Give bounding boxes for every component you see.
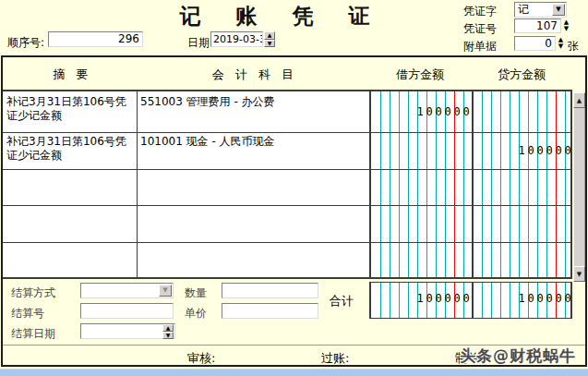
column-divider xyxy=(137,91,138,278)
total-label: 合计 xyxy=(330,293,354,309)
date-input[interactable]: 2019-03-31 xyxy=(210,31,263,47)
grid-line xyxy=(482,91,483,278)
column-header-summary: 摘 要 xyxy=(5,67,137,83)
grid-line xyxy=(408,91,409,278)
voucher-window: 记 账 凭 证 凭证字 记 ▼ 凭证号 107 ▲ ▼ 附单据 0 ▲ ▼ 张 … xyxy=(0,0,588,376)
row2-credit-amount[interactable]: 100000 xyxy=(517,144,572,157)
spin-down-icon[interactable]: ▼ xyxy=(564,26,569,32)
row-divider xyxy=(3,205,572,206)
grid-line xyxy=(482,283,483,318)
attach-spinner[interactable]: ▲ ▼ xyxy=(557,36,565,51)
quantity-label: 数量 xyxy=(185,285,207,301)
grid-line xyxy=(399,283,400,318)
row-divider xyxy=(3,132,572,133)
grid-line xyxy=(380,283,381,318)
row5-account-cell[interactable] xyxy=(140,246,366,276)
column-header-credit: 贷方金额 xyxy=(471,67,572,83)
grid-line xyxy=(519,91,520,278)
spin-down-icon[interactable]: ▼ xyxy=(264,40,275,48)
grid-line xyxy=(510,91,510,278)
voucher-no-spinner[interactable]: ▲ ▼ xyxy=(562,18,570,33)
attach-label: 附单据 xyxy=(463,39,497,55)
grid-line xyxy=(399,91,400,278)
settle-number-input[interactable] xyxy=(80,303,174,319)
taskbar-strip xyxy=(0,369,588,376)
unit-price-input[interactable] xyxy=(222,303,318,319)
spin-down-icon[interactable]: ▼ xyxy=(162,332,174,339)
grid-line xyxy=(380,91,381,278)
grid-line xyxy=(445,91,446,278)
chevron-down-icon: ▼ xyxy=(159,285,172,297)
voucher-no-label: 凭证号 xyxy=(463,21,497,37)
row1-debit-amount[interactable]: 100000 xyxy=(415,105,471,118)
grid-line xyxy=(463,91,464,278)
grid-group-divider xyxy=(472,283,474,318)
grid-line xyxy=(491,283,492,318)
grid-line xyxy=(565,91,566,278)
total-debit-amount: 100000 xyxy=(415,292,471,305)
scroll-up-button[interactable]: ▲ xyxy=(573,92,585,108)
amount-grid-body xyxy=(369,91,572,278)
row2-account-cell[interactable]: 101001 现金 - 人民币现金 xyxy=(140,135,366,168)
voucher-word-label: 凭证字 xyxy=(463,4,497,19)
total-credit-amount: 100000 xyxy=(517,292,572,305)
sequence-label: 顺序号: xyxy=(7,35,44,51)
vertical-scrollbar[interactable]: ▲ ▼ xyxy=(573,92,585,282)
row3-summary-cell[interactable] xyxy=(6,172,134,203)
grid-line xyxy=(491,91,492,278)
row3-account-cell[interactable] xyxy=(140,172,366,203)
spin-up-icon[interactable]: ▲ xyxy=(264,31,275,40)
grid-line xyxy=(500,91,501,278)
grid-line xyxy=(528,91,529,278)
row1-summary-cell[interactable]: 补记3月31日第106号凭证少记金额 xyxy=(6,95,134,130)
grid-line xyxy=(510,283,510,318)
row4-summary-cell[interactable] xyxy=(6,209,134,240)
grid-line xyxy=(408,283,409,318)
date-label: 日期: xyxy=(187,35,213,51)
row-divider xyxy=(3,169,572,170)
attach-unit-label: 张 xyxy=(568,39,579,55)
settle-date-label: 结算日期 xyxy=(11,326,55,342)
settle-date-input[interactable] xyxy=(80,323,175,339)
spin-up-icon[interactable]: ▲ xyxy=(162,324,174,332)
watermark: 头条@财税蜗牛 xyxy=(460,346,588,367)
quantity-input[interactable] xyxy=(222,283,318,298)
row5-summary-cell[interactable] xyxy=(6,246,134,276)
grid-line xyxy=(546,91,547,278)
grid-line xyxy=(390,283,390,318)
row2-summary-cell[interactable]: 补记3月31日第106号凭证少记金额 xyxy=(6,135,134,168)
settle-method-select[interactable]: ▼ xyxy=(80,283,174,298)
scroll-down-button[interactable]: ▼ xyxy=(573,266,585,282)
chevron-down-icon[interactable]: ▼ xyxy=(552,4,565,16)
reviewer-label: 审核: xyxy=(187,350,215,367)
settle-method-label: 结算方式 xyxy=(11,285,55,301)
row4-account-cell[interactable] xyxy=(140,209,366,240)
scrollbar-track[interactable] xyxy=(573,108,585,266)
attach-count-input[interactable]: 0 xyxy=(514,36,556,51)
unit-price-label: 单价 xyxy=(185,306,207,321)
arrow-up-icon: ▲ xyxy=(577,97,582,104)
page-title: 记 账 凭 证 xyxy=(171,2,392,30)
grid-line xyxy=(436,91,437,278)
voucher-word-value: 记 xyxy=(518,3,529,16)
grid-line xyxy=(417,91,418,278)
arrow-down-icon: ▼ xyxy=(577,271,582,278)
table-bottom-border xyxy=(3,277,572,279)
grid-line xyxy=(537,91,538,278)
grid-group-divider xyxy=(472,91,474,278)
voucher-word-select[interactable]: 记 ▼ xyxy=(514,2,567,18)
voucher-no-input[interactable]: 107 xyxy=(514,18,561,33)
column-header-debit: 借方金额 xyxy=(369,67,471,83)
grid-line xyxy=(426,91,427,278)
settle-date-spinner[interactable]: ▲ ▼ xyxy=(162,324,174,338)
row1-account-cell[interactable]: 551003 管理费用 - 办公费 xyxy=(140,95,366,130)
column-header-account: 会 计 科 目 xyxy=(137,67,369,83)
grid-line xyxy=(390,91,390,278)
grid-line xyxy=(454,91,455,278)
grid-line xyxy=(556,91,557,278)
sequence-input[interactable]: 296 xyxy=(48,31,143,47)
row-divider xyxy=(3,242,572,243)
spin-down-icon[interactable]: ▼ xyxy=(558,43,563,50)
date-spinner[interactable]: ▲ ▼ xyxy=(264,31,275,47)
settle-number-label: 结算号 xyxy=(11,306,44,321)
